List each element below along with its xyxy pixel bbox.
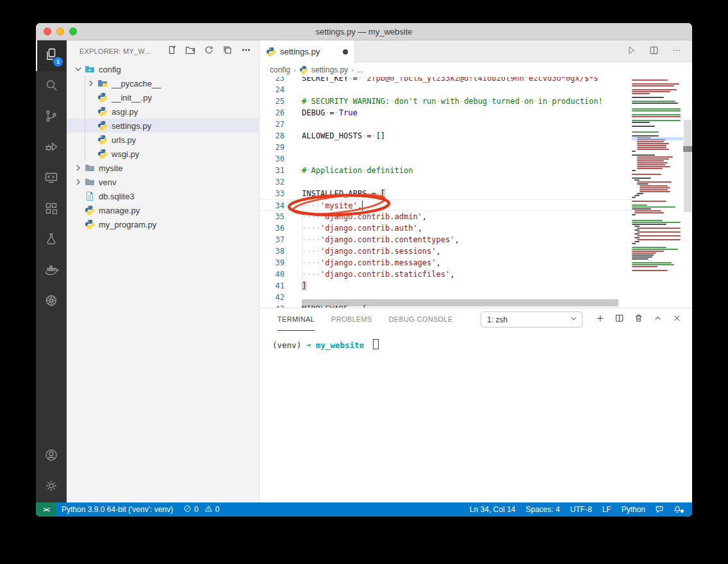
code-line-34[interactable]: 34····'mysite', bbox=[260, 199, 632, 211]
activity-docker[interactable] bbox=[36, 256, 67, 286]
code-line-37[interactable]: 37····'django.contrib.contenttypes', bbox=[260, 234, 632, 245]
code-line-30[interactable]: 30 bbox=[260, 153, 632, 165]
terminal-shell-select[interactable]: 1: zsh bbox=[481, 311, 583, 328]
tree-item-my-program-py[interactable]: my_program.py bbox=[67, 217, 259, 231]
code-line-31[interactable]: 31#·Application·definition bbox=[260, 165, 632, 176]
tree-item-manage-py[interactable]: manage.py bbox=[67, 203, 259, 217]
line-number[interactable]: 24 bbox=[260, 84, 285, 95]
breadcrumb-item-symbol[interactable]: ... bbox=[357, 65, 363, 74]
vertical-scrollbar[interactable] bbox=[683, 77, 692, 308]
tab-problems[interactable]: PROBLEMS bbox=[331, 308, 372, 331]
code-line-26[interactable]: 26DEBUG·=·True bbox=[260, 107, 632, 119]
line-number[interactable]: 30 bbox=[260, 153, 285, 165]
activity-remote-explorer[interactable] bbox=[36, 163, 67, 194]
line-number[interactable]: 31 bbox=[260, 165, 285, 176]
tree-item-wsgi-py[interactable]: wsgi.py bbox=[67, 147, 259, 161]
horizontal-scrollbar[interactable] bbox=[302, 299, 618, 306]
tree-item--init-py[interactable]: __init__.py bbox=[67, 90, 259, 104]
activity-run-debug[interactable] bbox=[36, 133, 67, 163]
line-number[interactable]: 25 bbox=[260, 95, 285, 107]
new-file-icon[interactable] bbox=[167, 45, 177, 58]
line-number[interactable]: 23 bbox=[260, 77, 285, 84]
line-number[interactable]: 33 bbox=[260, 188, 285, 199]
feedback-icon[interactable] bbox=[651, 505, 668, 514]
activity-search[interactable] bbox=[36, 71, 67, 102]
tab-settings-py[interactable]: settings.py bbox=[260, 40, 355, 63]
remote-indicator[interactable]: >< bbox=[36, 502, 56, 517]
line-number[interactable]: 26 bbox=[260, 107, 285, 119]
new-folder-icon[interactable] bbox=[185, 45, 195, 58]
activity-extensions[interactable] bbox=[36, 194, 67, 225]
line-number[interactable]: 42 bbox=[260, 292, 285, 303]
split-terminal-icon[interactable] bbox=[615, 313, 624, 326]
activity-source-control[interactable] bbox=[36, 102, 67, 133]
line-number[interactable]: 37 bbox=[260, 234, 285, 245]
code-line-35[interactable]: 35····'django.contrib.admin', bbox=[260, 211, 632, 222]
collapse-folders-icon[interactable] bbox=[222, 45, 233, 58]
code-line-32[interactable]: 32 bbox=[260, 176, 632, 188]
activity-explorer[interactable]: 1 bbox=[36, 40, 67, 71]
code-line-36[interactable]: 36····'django.contrib.auth', bbox=[260, 222, 632, 234]
activity-accounts[interactable] bbox=[36, 441, 67, 472]
encoding-status[interactable]: UTF-8 bbox=[566, 505, 597, 514]
language-mode-status[interactable]: Python bbox=[617, 505, 650, 514]
tree-item--pycache-[interactable]: __pycache__ bbox=[67, 76, 259, 90]
breadcrumb-item-file[interactable]: settings.py bbox=[311, 65, 348, 74]
code-line-40[interactable]: 40····'django.contrib.staticfiles', bbox=[260, 269, 632, 280]
minimize-window-button[interactable] bbox=[56, 28, 64, 35]
activity-settings[interactable] bbox=[36, 472, 67, 502]
tab-terminal[interactable]: TERMINAL bbox=[277, 308, 315, 331]
line-number[interactable]: 39 bbox=[260, 257, 285, 269]
tree-item-asgi-py[interactable]: asgi.py bbox=[67, 104, 259, 119]
code-line-23[interactable]: 23SECRET_KEY·=·'2fpb@0_fbct&_ylz33kz@d!t… bbox=[260, 77, 632, 84]
more-actions-icon[interactable] bbox=[671, 45, 682, 58]
code-line-27[interactable]: 27 bbox=[260, 119, 632, 130]
cursor-position-status[interactable]: Ln 34, Col 14 bbox=[465, 505, 520, 514]
code-line-24[interactable]: 24 bbox=[260, 84, 632, 95]
split-editor-icon[interactable] bbox=[649, 45, 659, 58]
new-terminal-icon[interactable] bbox=[595, 313, 605, 326]
indentation-status[interactable]: Spaces: 4 bbox=[521, 505, 564, 514]
tree-item-venv[interactable]: venv bbox=[67, 175, 259, 189]
line-number[interactable]: 35 bbox=[260, 211, 285, 222]
zoom-window-button[interactable] bbox=[69, 28, 77, 35]
code-line-28[interactable]: 28ALLOWED_HOSTS·=·[] bbox=[260, 130, 632, 142]
line-number[interactable]: 41 bbox=[260, 280, 285, 292]
code-line-25[interactable]: 25#·SECURITY·WARNING:·don't·run·with·deb… bbox=[260, 95, 632, 107]
line-number[interactable]: 29 bbox=[260, 142, 285, 153]
code-line-38[interactable]: 38····'django.contrib.sessions', bbox=[260, 245, 632, 257]
tree-item-mysite[interactable]: mysite bbox=[67, 161, 259, 175]
close-window-button[interactable] bbox=[44, 28, 51, 35]
modified-dot-icon[interactable] bbox=[343, 49, 348, 54]
code-line-41[interactable]: 41] bbox=[260, 280, 632, 292]
terminal-content[interactable]: (venv) ➜ my_website bbox=[260, 331, 692, 502]
code-line-29[interactable]: 29 bbox=[260, 142, 632, 153]
run-python-file-icon[interactable] bbox=[626, 45, 637, 58]
line-number[interactable]: 38 bbox=[260, 245, 285, 257]
line-number[interactable]: 43 bbox=[260, 303, 285, 308]
tree-item-db-sqlite3[interactable]: db.sqlite3 bbox=[67, 189, 259, 203]
code-line-39[interactable]: 39····'django.contrib.messages', bbox=[260, 257, 632, 269]
notifications-bell-icon[interactable] bbox=[669, 505, 686, 514]
eol-status[interactable]: LF bbox=[598, 505, 616, 514]
tree-item-settings-py[interactable]: settings.py bbox=[67, 119, 259, 133]
problems-status[interactable]: 0 0 bbox=[178, 504, 224, 515]
line-number[interactable]: 34 bbox=[260, 200, 285, 210]
more-actions-icon[interactable] bbox=[241, 45, 251, 58]
close-panel-icon[interactable] bbox=[672, 313, 682, 326]
line-number[interactable]: 27 bbox=[260, 119, 285, 130]
activity-kubernetes[interactable] bbox=[36, 286, 67, 317]
kill-terminal-icon[interactable] bbox=[634, 313, 643, 326]
tree-item-urls-py[interactable]: urls.py bbox=[67, 133, 259, 147]
line-number[interactable]: 36 bbox=[260, 222, 285, 234]
line-number[interactable]: 40 bbox=[260, 269, 285, 280]
line-number[interactable]: 32 bbox=[260, 176, 285, 188]
maximize-panel-icon[interactable] bbox=[653, 313, 663, 326]
tree-item-config[interactable]: config bbox=[67, 62, 259, 76]
minimap[interactable] bbox=[632, 77, 683, 308]
python-interpreter-status[interactable]: Python 3.9.0 64-bit ('venv': venv) bbox=[56, 505, 178, 514]
breadcrumb-item-config[interactable]: config bbox=[270, 65, 290, 74]
code-line-33[interactable]: 33INSTALLED_APPS·=·[ bbox=[260, 188, 632, 199]
tab-debug-console[interactable]: DEBUG CONSOLE bbox=[389, 308, 453, 331]
scrollbar-thumb[interactable] bbox=[684, 120, 691, 212]
